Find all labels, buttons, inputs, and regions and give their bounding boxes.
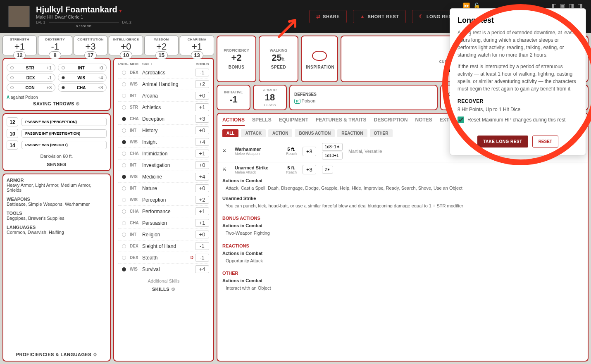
prof-section: ARMORHeavy Armor, Light Armor, Medium Ar…	[7, 178, 107, 193]
reset-button[interactable]: RESET	[532, 136, 558, 148]
skill-stealth[interactable]: DEXStealthD-1	[118, 252, 209, 264]
skill-arcana[interactable]: INTArcana+0	[118, 90, 209, 102]
skill-athletics[interactable]: STRAthletics+1	[118, 102, 209, 113]
chevron-down-icon[interactable]: ▾	[119, 9, 122, 13]
skill-bonus[interactable]: +2	[195, 196, 209, 204]
skill-history[interactable]: INTHistory+0	[118, 125, 209, 136]
skill-bonus[interactable]: +1	[195, 150, 209, 157]
skill-bonus[interactable]: +4	[195, 173, 209, 181]
armor-class-box[interactable]: ARMOR 18 CLASS	[253, 85, 287, 110]
section-body: Attack, Cast a Spell, Dash, Disengage, D…	[217, 184, 588, 195]
initiative-box[interactable]: INITIATIVE -1	[217, 85, 250, 110]
subtab-bonus-action[interactable]: BONUS ACTION	[295, 129, 335, 137]
tab-notes[interactable]: NOTES	[415, 117, 432, 126]
attack-bonus[interactable]: +3	[303, 147, 316, 156]
prof-dot	[122, 221, 126, 225]
save-con[interactable]: CON+3	[7, 83, 55, 92]
skill-investigation[interactable]: INTInvestigation+0	[118, 159, 209, 171]
subtab-reaction[interactable]: REACTION	[337, 129, 367, 137]
tab-equipment[interactable]: EQUIPMENT	[279, 117, 308, 126]
attack-damage[interactable]: 1d8+1✶	[322, 143, 343, 151]
attack-damage-versatile[interactable]: 1d10+1	[322, 152, 343, 159]
skill-religion[interactable]: INTReligion+0	[118, 229, 209, 240]
tab-spells[interactable]: SPELLS	[252, 117, 272, 126]
skill-sleight-of-hand[interactable]: DEXSleight of Hand-1	[118, 240, 209, 252]
inspiration-box[interactable]: INSPIRATION	[301, 36, 338, 82]
skill-survival[interactable]: WISSurvival+4	[118, 264, 209, 275]
take-long-rest-button[interactable]: TAKE LONG REST	[477, 136, 528, 148]
ability-strength[interactable]: STRENGTH+112	[2, 36, 37, 55]
skill-acrobatics[interactable]: DEXAcrobatics-1	[118, 67, 209, 79]
ability-dexterity[interactable]: DEXTERITY-18	[38, 36, 72, 55]
skill-bonus[interactable]: +3	[195, 115, 209, 123]
short-rest-button[interactable]: ▲SHORT REST	[353, 10, 406, 23]
gear-icon[interactable]: ⚙	[171, 287, 176, 292]
additional-skills-link[interactable]: Additional Skills	[118, 275, 209, 287]
skill-insight[interactable]: WISInsight+4	[118, 136, 209, 148]
ability-wisdom[interactable]: WISDOM+215	[144, 36, 179, 55]
skill-bonus[interactable]: +4	[195, 265, 209, 273]
weapon-icon: ⚔	[222, 148, 229, 155]
character-name[interactable]: Hjulkyl Foamtankard ▾	[36, 5, 131, 14]
defenses-box[interactable]: DEFENSES R Poison	[289, 85, 438, 110]
skill-bonus[interactable]: +2	[195, 80, 209, 88]
subtab-attack[interactable]: ATTACK	[241, 129, 266, 137]
share-icon: ⇄	[316, 14, 321, 19]
reset-hp-checkbox[interactable]: Reset Maximum HP changes during this res…	[458, 117, 578, 123]
skill-perception[interactable]: WISPerception+2	[118, 194, 209, 206]
skill-bonus[interactable]: +1	[195, 103, 209, 111]
ability-constitution[interactable]: CONSTITUTION+317	[74, 36, 108, 55]
save-dex[interactable]: DEX-1	[7, 74, 55, 82]
attack-damage[interactable]: 2✶	[322, 166, 334, 174]
speed-box[interactable]: WALKING 25ft. SPEED	[259, 36, 298, 82]
skill-bonus[interactable]: +0	[195, 126, 209, 134]
prof-dot	[122, 175, 126, 179]
section-body: Interact with an Object	[217, 284, 588, 295]
skill-bonus[interactable]: -1	[195, 242, 209, 250]
inspiration-icon	[312, 51, 327, 61]
save-cha[interactable]: CHA+3	[58, 83, 107, 92]
section-sub: Actions in Combat	[217, 250, 588, 257]
skill-bonus[interactable]: +0	[195, 92, 209, 100]
gear-icon[interactable]: ⚙	[93, 352, 98, 357]
section-sub: Actions in Combat	[217, 277, 588, 284]
subtab-all[interactable]: ALL	[222, 129, 238, 137]
save-wis[interactable]: WIS+4	[58, 74, 107, 82]
save-advantage-note: A against Poison	[7, 93, 107, 101]
ability-intelligence[interactable]: INTELLIGENCE+010	[109, 36, 143, 55]
skill-bonus[interactable]: -1	[195, 254, 209, 262]
proficiency-box[interactable]: PROFICIENCY +2 BONUS	[217, 36, 256, 82]
skill-bonus[interactable]: +1	[195, 219, 209, 227]
skill-bonus[interactable]: +4	[195, 138, 209, 146]
tab-description[interactable]: DESCRIPTION	[374, 117, 408, 126]
skill-medicine[interactable]: WISMedicine+4	[118, 171, 209, 183]
skill-bonus[interactable]: +0	[195, 161, 209, 169]
section-head: REACTIONS	[217, 240, 588, 250]
skill-nature[interactable]: INTNature+0	[118, 183, 209, 194]
attack-bonus[interactable]: +3	[303, 165, 316, 174]
skill-persuasion[interactable]: CHAPersuasion+1	[118, 217, 209, 229]
skill-performance[interactable]: CHAPerformance+1	[118, 206, 209, 217]
reset-hp-check-input[interactable]	[458, 117, 464, 123]
skill-intimidation[interactable]: CHAIntimidation+1	[118, 148, 209, 159]
skill-bonus[interactable]: +0	[195, 184, 209, 192]
character-avatar[interactable]	[8, 6, 30, 27]
skill-animal-handling[interactable]: WISAnimal Handling+2	[118, 79, 209, 90]
share-button[interactable]: ⇄SHARE	[309, 10, 347, 23]
skill-deception[interactable]: CHADeception+3	[118, 113, 209, 125]
prof-dot	[122, 267, 126, 271]
subtab-action[interactable]: ACTION	[268, 129, 292, 137]
save-str[interactable]: STR+1	[7, 64, 55, 72]
skill-bonus[interactable]: +1	[195, 207, 209, 215]
ability-charisma[interactable]: CHARISMA+113	[180, 36, 214, 55]
save-int[interactable]: INT+0	[58, 64, 107, 72]
character-meta: Male Hill Dwarf Cleric 1	[36, 14, 131, 19]
prof-section: LANGUAGESCommon, Dwarvish, Halfling	[7, 225, 107, 235]
skill-bonus[interactable]: +0	[195, 231, 209, 238]
subtab-other[interactable]: OTHER	[370, 129, 393, 137]
tab-features---traits[interactable]: FEATURES & TRAITS	[316, 117, 366, 126]
skill-bonus[interactable]: -1	[195, 69, 209, 76]
gear-icon[interactable]: ⚙	[76, 101, 80, 106]
tab-actions[interactable]: ACTIONS	[222, 117, 245, 126]
long-rest-sidebar: Long Rest A long rest is a period of ext…	[450, 8, 586, 155]
